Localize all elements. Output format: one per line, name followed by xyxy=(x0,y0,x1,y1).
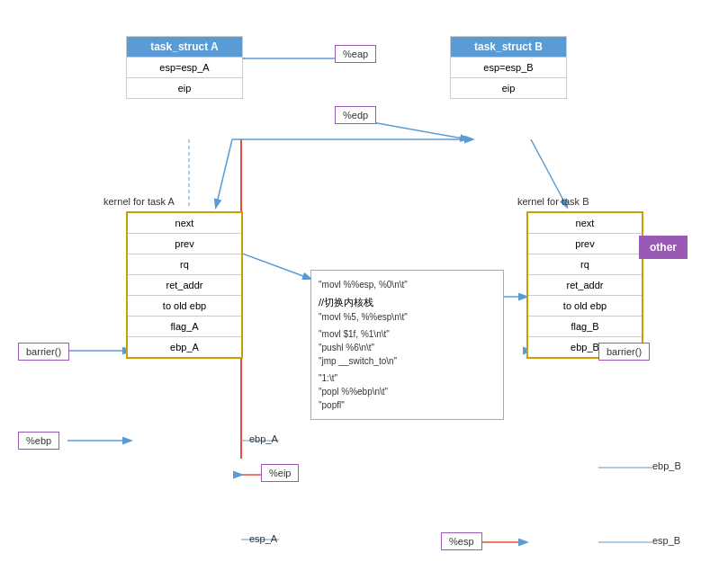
code-line6: "jmp __switch_to\n" xyxy=(319,354,496,368)
esp-label: %esp xyxy=(441,532,482,550)
other-box: other xyxy=(639,236,688,259)
kernel-a-flag: flag_A xyxy=(128,317,241,337)
code-line9: "popfl" xyxy=(319,398,496,412)
kernel-b-rq: rq xyxy=(528,254,642,275)
edp-label: %edp xyxy=(335,106,376,124)
kernel-stack-a: next prev rq ret_addr to old ebp flag_A … xyxy=(126,211,243,359)
barrier-a-label: barrier() xyxy=(18,343,69,361)
esp-a-label: esp_A xyxy=(249,533,277,544)
kernel-a-ret-addr: ret_addr xyxy=(128,275,241,296)
kernel-b-old-ebp: to old ebp xyxy=(528,296,642,317)
kernel-a-rq: rq xyxy=(128,254,241,275)
task-struct-a: task_struct A esp=esp_A eip xyxy=(126,36,243,99)
kernel-b-label: kernel for task B xyxy=(517,196,589,207)
task-struct-b-esp: esp=esp_B xyxy=(451,57,566,77)
code-line8: "popl %%ebp\n\t" xyxy=(319,385,496,398)
kernel-a-ebp: ebp_A xyxy=(128,337,241,357)
task-struct-b-header: task_struct B xyxy=(451,37,566,57)
task-struct-a-esp: esp=esp_A xyxy=(127,57,242,77)
kernel-a-prev: prev xyxy=(128,234,241,254)
task-struct-b: task_struct B esp=esp_B eip xyxy=(450,36,567,99)
eap-label: %eap xyxy=(335,45,376,63)
task-struct-a-header: task_struct A xyxy=(127,37,242,57)
kernel-b-next: next xyxy=(528,213,642,234)
task-struct-a-eip: eip xyxy=(127,77,242,98)
barrier-b-label: barrier() xyxy=(598,343,650,361)
esp-b-label: esp_B xyxy=(652,535,680,546)
eip-label: %eip xyxy=(261,464,299,482)
kernel-a-label: kernel for task A xyxy=(103,196,175,207)
kernel-stack-b: next prev rq ret_addr to old ebp flag_B … xyxy=(526,211,643,359)
kernel-b-ret-addr: ret_addr xyxy=(528,275,642,296)
ebp-label: %ebp xyxy=(18,432,59,450)
diagram-container: task_struct A esp=esp_A eip task_struct … xyxy=(0,0,728,580)
svg-line-2 xyxy=(216,139,232,207)
code-line1: "movl %%esp, %0\n\t" xyxy=(319,278,496,291)
code-line2: //切换内核栈 xyxy=(319,295,496,310)
code-box: "movl %%esp, %0\n\t" //切换内核栈 "movl %5, %… xyxy=(310,270,504,420)
ebp-b-label: ebp_B xyxy=(652,460,681,471)
code-line7: "1:\t" xyxy=(319,371,496,385)
ebp-a-label: ebp_A xyxy=(249,433,278,444)
code-line5: "pushl %6\n\t" xyxy=(319,341,496,354)
code-line4: "movl $1f, %1\n\t" xyxy=(319,327,496,341)
code-line3: "movl %5, %%esp\n\t" xyxy=(319,310,496,324)
kernel-a-next: next xyxy=(128,213,241,234)
task-struct-b-eip: eip xyxy=(451,77,566,98)
kernel-b-prev: prev xyxy=(528,234,642,254)
kernel-a-old-ebp: to old ebp xyxy=(128,296,241,317)
kernel-b-flag: flag_B xyxy=(528,317,642,337)
